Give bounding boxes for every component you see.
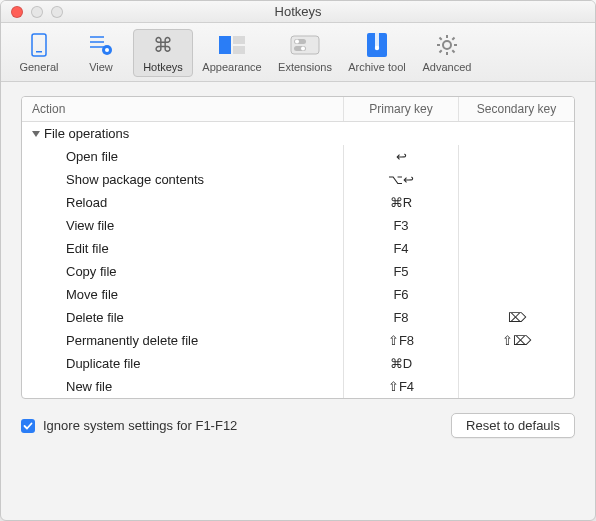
toolbar: General View ⌘ Hotkeys Appearance Extens… (1, 23, 595, 82)
svg-point-14 (301, 47, 305, 51)
toolbar-label: General (19, 61, 58, 73)
table-row[interactable]: Edit fileF4 (22, 237, 574, 260)
table-header: Action Primary key Secondary key (22, 97, 574, 122)
toolbar-label: Advanced (423, 61, 472, 73)
primary-key-cell[interactable]: F4 (344, 237, 459, 260)
group-row[interactable]: File operations (22, 122, 574, 145)
toolbar-item-advanced[interactable]: Advanced (415, 29, 479, 77)
toolbar-item-extensions[interactable]: Extensions (271, 29, 339, 77)
archive-icon (355, 31, 399, 59)
action-cell: Show package contents (22, 168, 344, 191)
toolbar-label: Archive tool (348, 61, 405, 73)
col-header-primary[interactable]: Primary key (344, 97, 459, 121)
svg-line-24 (452, 50, 454, 52)
table-row[interactable]: Reload⌘R (22, 191, 574, 214)
primary-key-cell[interactable]: ↩ (344, 145, 459, 168)
primary-key-cell[interactable]: ⇧F8 (344, 329, 459, 352)
secondary-key-cell[interactable] (459, 222, 574, 230)
secondary-key-cell[interactable] (459, 176, 574, 184)
toolbar-item-view[interactable]: View (71, 29, 131, 77)
group-label: File operations (44, 126, 129, 141)
table-row[interactable]: Delete fileF8⌦ (22, 306, 574, 329)
secondary-key-cell[interactable]: ⇧⌦ (459, 329, 574, 352)
action-cell: Open file (22, 145, 344, 168)
svg-rect-7 (219, 36, 231, 54)
toolbar-label: Hotkeys (143, 61, 183, 73)
secondary-key-cell[interactable]: ⌦ (459, 306, 574, 329)
secondary-key-cell[interactable] (459, 360, 574, 368)
table-body[interactable]: File operations Open file↩Show package c… (22, 122, 574, 398)
table-row[interactable]: Show package contents⌥↩ (22, 168, 574, 191)
secondary-key-cell[interactable] (459, 153, 574, 161)
minimize-icon[interactable] (31, 6, 43, 18)
svg-point-12 (295, 40, 299, 44)
content-area: Action Primary key Secondary key File op… (1, 82, 595, 454)
action-cell: View file (22, 214, 344, 237)
action-cell: New file (22, 375, 344, 398)
window-title: Hotkeys (1, 4, 595, 19)
action-cell: Delete file (22, 306, 344, 329)
svg-point-17 (375, 46, 379, 50)
extensions-icon (283, 31, 327, 59)
ignore-fkeys-label: Ignore system settings for F1-F12 (43, 418, 237, 433)
table-row[interactable]: Move fileF6 (22, 283, 574, 306)
svg-point-18 (443, 41, 451, 49)
table-row[interactable]: Open file↩ (22, 145, 574, 168)
primary-key-cell[interactable]: F5 (344, 260, 459, 283)
action-cell: Copy file (22, 260, 344, 283)
svg-rect-10 (291, 36, 319, 54)
table-row[interactable]: Duplicate file⌘D (22, 352, 574, 375)
primary-key-cell[interactable]: ⌘D (344, 352, 459, 375)
hotkeys-icon: ⌘ (141, 31, 185, 59)
table-row[interactable]: Copy fileF5 (22, 260, 574, 283)
toolbar-label: View (89, 61, 113, 73)
toolbar-item-general[interactable]: General (9, 29, 69, 77)
secondary-key-cell[interactable] (459, 199, 574, 207)
secondary-key-cell[interactable] (459, 291, 574, 299)
secondary-key-cell[interactable] (459, 245, 574, 253)
ignore-fkeys-checkbox[interactable] (21, 419, 35, 433)
col-header-action[interactable]: Action (22, 97, 344, 121)
primary-key-cell[interactable]: ⇧F4 (344, 375, 459, 398)
primary-key-cell[interactable]: ⌥↩ (344, 168, 459, 191)
toolbar-item-archivetool[interactable]: Archive tool (341, 29, 413, 77)
svg-rect-0 (32, 34, 46, 56)
primary-key-cell[interactable]: F6 (344, 283, 459, 306)
action-cell: Edit file (22, 237, 344, 260)
svg-line-26 (452, 38, 454, 40)
traffic-lights (1, 6, 63, 18)
secondary-key-cell[interactable] (459, 383, 574, 391)
action-cell: Duplicate file (22, 352, 344, 375)
action-cell: Move file (22, 283, 344, 306)
view-icon (79, 31, 123, 59)
col-header-secondary[interactable]: Secondary key (459, 97, 574, 121)
primary-key-cell[interactable]: ⌘R (344, 191, 459, 214)
table-row[interactable]: Permanently delete file⇧F8⇧⌦ (22, 329, 574, 352)
toolbar-item-appearance[interactable]: Appearance (195, 29, 269, 77)
reset-defaults-button[interactable]: Reset to defauls (451, 413, 575, 438)
svg-rect-8 (233, 36, 245, 44)
svg-line-23 (440, 38, 442, 40)
gear-icon (425, 31, 469, 59)
table-row[interactable]: View fileF3 (22, 214, 574, 237)
svg-rect-9 (233, 46, 245, 54)
close-icon[interactable] (11, 6, 23, 18)
secondary-key-cell[interactable] (459, 268, 574, 276)
table-row[interactable]: New file⇧F4 (22, 375, 574, 398)
preferences-window: Hotkeys General View ⌘ Hotkeys Appearanc… (0, 0, 596, 521)
toolbar-label: Extensions (278, 61, 332, 73)
primary-key-cell[interactable]: F8 (344, 306, 459, 329)
primary-key-cell[interactable]: F3 (344, 214, 459, 237)
toolbar-item-hotkeys[interactable]: ⌘ Hotkeys (133, 29, 193, 77)
svg-rect-16 (375, 33, 379, 47)
appearance-icon (210, 31, 254, 59)
svg-line-25 (440, 50, 442, 52)
titlebar: Hotkeys (1, 1, 595, 23)
action-cell: Reload (22, 191, 344, 214)
disclosure-triangle-icon[interactable] (32, 131, 40, 137)
general-icon (17, 31, 61, 59)
zoom-icon[interactable] (51, 6, 63, 18)
hotkeys-table: Action Primary key Secondary key File op… (21, 96, 575, 399)
svg-point-6 (105, 48, 109, 52)
toolbar-label: Appearance (202, 61, 261, 73)
